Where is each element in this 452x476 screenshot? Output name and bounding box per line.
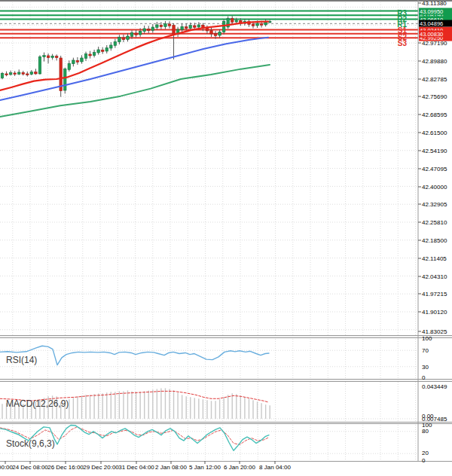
price-axis-label: 42.25810 xyxy=(422,219,447,226)
price-axis-label: 42.18500 xyxy=(422,237,447,244)
time-axis-label: 5 Jan 12:00 xyxy=(189,464,221,471)
time-axis-label: 26 Dec 16:00 xyxy=(47,464,84,471)
price-axis-label: 42.47095 xyxy=(422,166,447,172)
pivot-label-S3: S3 xyxy=(381,39,407,47)
price-badge: 43.09950 xyxy=(419,8,452,14)
stoch-scale-label: 0 xyxy=(422,457,425,464)
price-axis-label: 43.11380 xyxy=(422,0,447,7)
price-axis-area[interactable] xyxy=(418,0,452,461)
stoch-scale-label: 80 xyxy=(422,428,429,435)
price-axis-label: 42.75690 xyxy=(422,93,447,100)
stoch-scale-label: 20 xyxy=(422,450,429,456)
price-axis-label: 41.83025 xyxy=(422,328,447,335)
price-axis-label: 42.11405 xyxy=(422,255,447,262)
macd-scale-label: 0.043449 xyxy=(422,383,447,390)
rsi-panel-area[interactable] xyxy=(0,338,418,379)
price-axis-label: 42.54190 xyxy=(422,148,447,154)
price-axis-label: 42.40000 xyxy=(422,184,447,191)
main-chart-area[interactable] xyxy=(0,0,418,335)
price-axis-label: 42.61500 xyxy=(422,130,447,136)
price-axis-label: 42.32905 xyxy=(422,201,447,208)
trading-chart-window: 43.1138042.9719042.8988042.8278542.75690… xyxy=(0,0,452,476)
rsi-scale-label: 100 xyxy=(422,335,432,342)
price-axis-label: 41.97215 xyxy=(422,291,447,298)
price-axis-label: 42.89880 xyxy=(422,58,447,65)
rsi-scale-label: 0 xyxy=(422,374,425,381)
stoch-indicator-label: Stock(9,6,3) xyxy=(6,438,55,449)
time-axis-label: 29 Dec 20:00 xyxy=(83,464,119,471)
rsi-scale-label: 70 xyxy=(422,347,429,354)
time-axis-label: 2 Jan 08:00 xyxy=(155,464,187,471)
stoch-panel-area[interactable] xyxy=(0,424,418,461)
price-axis-label: 41.90120 xyxy=(422,309,447,316)
time-axis-label: 8 Jan 04:00 xyxy=(259,464,291,471)
rsi-scale-label: 30 xyxy=(422,364,429,371)
price-axis-label: 42.68595 xyxy=(422,111,447,118)
time-axis-label: 31 Dec 04:00 xyxy=(118,464,154,471)
price-axis-label: 42.04310 xyxy=(422,273,447,280)
time-axis-label: 24 Dec 08:00 xyxy=(12,464,48,471)
price-badge: 43.00830 xyxy=(419,30,452,37)
price-axis-label: 42.82785 xyxy=(422,76,447,83)
price-badge: 43.04896 xyxy=(419,20,452,27)
time-axis-label: 00:00 xyxy=(0,464,13,471)
rsi-indicator-label: RSI(14) xyxy=(6,355,37,365)
macd-indicator-label: MACD(12,26,9) xyxy=(6,398,69,409)
time-axis-label: 6 Jan 20:00 xyxy=(224,464,255,471)
